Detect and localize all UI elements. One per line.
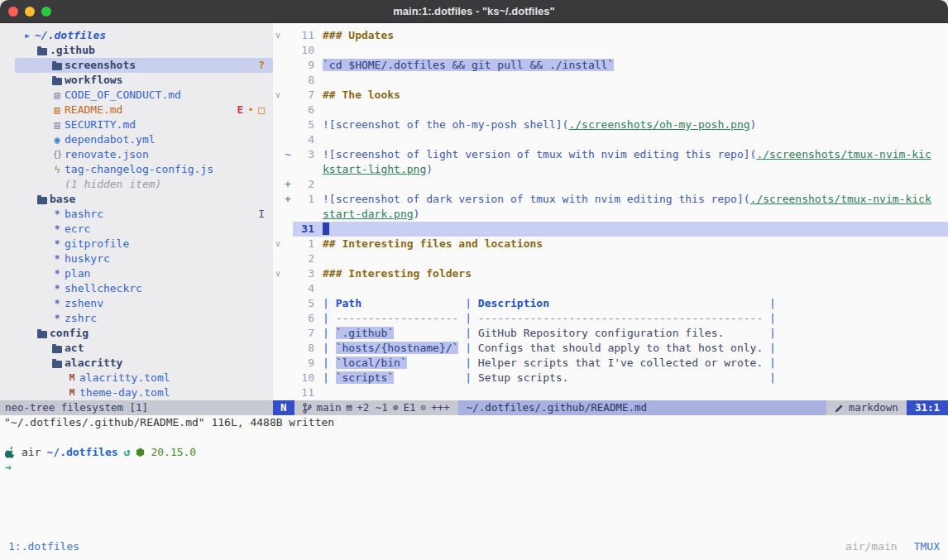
shell-input-line[interactable]: → xyxy=(0,460,948,475)
git-sign xyxy=(283,132,293,147)
line-text: `cd $HOME/.dotfiles && git pull && ./ins… xyxy=(323,58,948,73)
tree-item-zshrc[interactable]: *zshrc xyxy=(0,311,273,326)
tree-item-shellcheckrc[interactable]: *shellcheckrc xyxy=(0,281,273,296)
editor-line[interactable]: 9`cd $HOME/.dotfiles && git pull && ./in… xyxy=(273,58,948,73)
tree-item-renovate.json[interactable]: {}renovate.json xyxy=(0,147,273,162)
editor-line[interactable]: 8 xyxy=(273,73,948,88)
traffic-lights xyxy=(8,0,51,22)
tree-item-config[interactable]: config xyxy=(0,326,273,341)
tree-item-screenshots[interactable]: screenshots? xyxy=(0,58,273,73)
fold-marker[interactable]: v xyxy=(273,237,283,251)
editor-line[interactable]: v3### Interesting folders xyxy=(273,266,948,281)
line-number: 9 xyxy=(293,356,314,371)
tree-item-.dotfiles[interactable]: ▶~/.dotfiles xyxy=(0,28,273,43)
zoom-button[interactable] xyxy=(41,7,51,17)
tree-item-label: bashrc xyxy=(65,207,103,222)
editor-line[interactable]: 7| `.github` | GitHub Repository configu… xyxy=(273,326,948,341)
star-icon: * xyxy=(50,281,65,296)
editor-line[interactable]: v7## The looks xyxy=(273,88,948,103)
git-sign: ~ xyxy=(283,147,293,162)
tree-item-workflows[interactable]: workflows xyxy=(0,73,273,88)
fold-marker[interactable]: v xyxy=(273,28,283,43)
git-sign xyxy=(283,28,293,43)
md-pipe: | xyxy=(458,327,477,339)
editor-line[interactable]: v11### Updates xyxy=(273,28,948,43)
fold-marker[interactable]: v xyxy=(273,88,283,103)
tree-item-huskyrc[interactable]: *huskyrc xyxy=(0,251,273,266)
fold-column xyxy=(273,177,283,192)
tree-item-1-hidden-item[interactable]: (1 hidden item) xyxy=(0,177,273,192)
editor-line[interactable]: 8| `hosts/{hostname}/` | Configs that sh… xyxy=(273,341,948,356)
line-text: ![screenshot of dark version of tmux wit… xyxy=(323,192,948,207)
editor-line[interactable]: 9| `local/bin` | Helper scripts that I'v… xyxy=(273,356,948,371)
fold-marker[interactable]: v xyxy=(273,266,283,281)
modified-dot-badge: • xyxy=(247,103,254,117)
md-pl xyxy=(549,297,763,309)
editor-line[interactable]: start-dark.png) xyxy=(273,207,948,222)
editor-line[interactable]: 5![screenshot of the oh-my-posh shell](.… xyxy=(273,117,948,132)
apple-icon xyxy=(5,447,16,458)
tree-item-security.md[interactable]: ▤SECURITY.md xyxy=(0,117,273,132)
fold-column xyxy=(273,281,283,296)
git-changes: +2 ~1 xyxy=(357,400,388,415)
line-number: 5 xyxy=(293,117,314,132)
tree-item-act[interactable]: act xyxy=(0,341,273,356)
md-alt: ) xyxy=(426,163,433,175)
tree-item-alacritty.toml[interactable]: Malacritty.toml xyxy=(0,371,273,385)
tree-item-ecrc[interactable]: *ecrc xyxy=(0,222,273,237)
line-text: start-dark.png) xyxy=(323,207,948,222)
close-button[interactable] xyxy=(8,7,18,17)
filetype-label: markdown xyxy=(849,400,898,415)
editor-line[interactable]: v1## Interesting files and locations xyxy=(273,237,948,251)
minimize-button[interactable] xyxy=(25,7,35,17)
tree-item-dependabot.yml[interactable]: ◉dependabot.yml xyxy=(0,132,273,147)
tree-item-gitprofile[interactable]: *gitprofile xyxy=(0,237,273,251)
tree-item-.github[interactable]: .github xyxy=(0,43,273,58)
line-number: 4 xyxy=(293,132,314,147)
line-number xyxy=(293,162,314,177)
file-path: ~/.dotfiles/.github/README.md xyxy=(458,400,826,415)
tree-item-label: alacritty xyxy=(65,356,122,371)
fold-column xyxy=(273,147,283,162)
editor-line[interactable]: 10 xyxy=(273,43,948,58)
md-url: kstart-light.png xyxy=(323,163,426,175)
editor-line[interactable]: 4 xyxy=(273,132,948,147)
tmux-label: TMUX xyxy=(914,539,940,554)
editor-line[interactable]: 6 xyxy=(273,103,948,117)
tree-item-readme.md[interactable]: ▤README.mdE•□ xyxy=(0,103,273,117)
tree-item-plan[interactable]: *plan xyxy=(0,266,273,281)
titlebar[interactable]: main:1:.dotfiles - "ks~/.dotfiles" xyxy=(0,0,948,23)
tree-item-theme-day.toml[interactable]: Mtheme-day.toml xyxy=(0,385,273,400)
editor-line[interactable]: 5| Path | Description | xyxy=(273,296,948,311)
editor-line[interactable]: 4 xyxy=(273,281,948,296)
tmux-window-tab[interactable]: 1:.dotfiles xyxy=(8,539,79,554)
editor-line[interactable]: +2 xyxy=(273,177,948,192)
tree-item-label: alacritty.toml xyxy=(79,371,170,385)
editor-line[interactable]: +1![screenshot of dark version of tmux w… xyxy=(273,192,948,207)
blank-line xyxy=(0,430,948,445)
tree-item-code-of-conduct.md[interactable]: ▤CODE_OF_CONDUCT.md xyxy=(0,88,273,103)
tree-item-label: (1 hidden item) xyxy=(65,177,161,192)
tree-item-base[interactable]: base xyxy=(0,192,273,207)
editor-line[interactable]: 11 xyxy=(273,385,948,400)
js-icon: ϟ xyxy=(50,162,65,177)
editor-line[interactable]: 31 xyxy=(273,222,948,237)
line-number: 11 xyxy=(293,385,314,400)
fold-column xyxy=(273,207,283,222)
tree-item-alacritty[interactable]: alacritty xyxy=(0,356,273,371)
editor-line[interactable]: 10| `scripts` | Setup scripts. | xyxy=(273,371,948,385)
line-number: 8 xyxy=(293,73,314,88)
editor-line[interactable]: 6| ------------------- | ---------------… xyxy=(273,311,948,326)
git-sign xyxy=(283,385,293,400)
editor-line[interactable]: ~3![screenshot of light version of tmux … xyxy=(273,147,948,162)
line-number: 31 xyxy=(293,222,314,237)
tree-item-zshenv[interactable]: *zshenv xyxy=(0,296,273,311)
editor-line[interactable]: kstart-light.png) xyxy=(273,162,948,177)
tree-item-tag-changelog-config.js[interactable]: ϟtag-changelog-config.js xyxy=(0,162,273,177)
tree-item-bashrc[interactable]: *bashrcI xyxy=(0,207,273,222)
editor-line[interactable]: 2 xyxy=(273,251,948,266)
md-sep: ----------------------------------------… xyxy=(478,312,763,324)
md-alt: ) xyxy=(414,208,420,220)
tmux-statusbar: 1:.dotfiles air/main TMUX xyxy=(0,538,948,556)
git-sign: + xyxy=(283,192,293,207)
